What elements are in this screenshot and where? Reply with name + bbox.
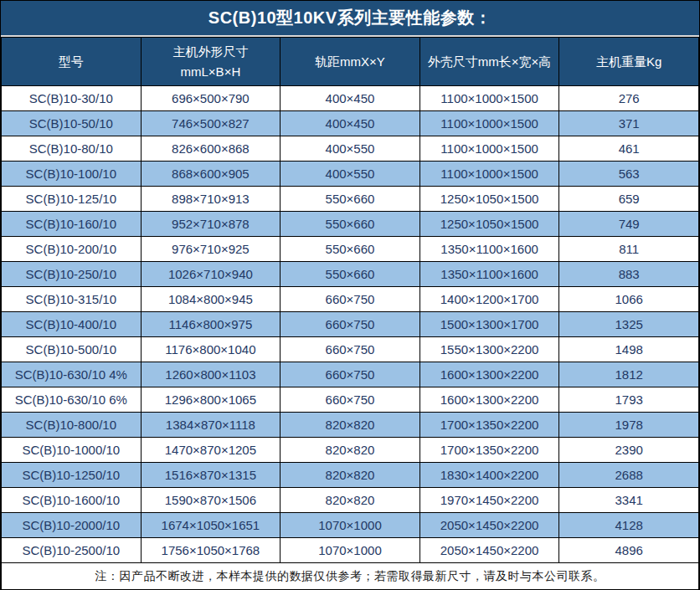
table-cell: 1146×800×975 (141, 312, 281, 337)
table-cell: SC(B)10-50/10 (2, 111, 142, 136)
table-cell: 1500×1300×1700 (419, 312, 559, 337)
table-cell: SC(B)10-1600/10 (2, 488, 142, 513)
col-header-dimensions: 主机外形尺寸 mmL×B×H (141, 38, 281, 86)
table-cell: 1590×870×1506 (141, 488, 281, 513)
table-cell: 400×450 (281, 111, 420, 136)
table-footer: 注：因产品不断改进，本样本提供的数据仅供参考；若需取得最新尺寸，请及时与本公司联… (2, 563, 699, 590)
table-cell: 660×750 (281, 312, 420, 337)
table-cell: 1250×1050×1500 (419, 187, 559, 212)
table-cell: 883 (559, 262, 699, 287)
table-row: SC(B)10-630/10 4%1260×800×1103660×750160… (2, 362, 699, 387)
table-cell: SC(B)10-1250/10 (2, 463, 142, 488)
table-cell: 868×600×905 (141, 162, 281, 187)
table-cell: 660×750 (281, 362, 420, 387)
table-cell: SC(B)10-125/10 (2, 187, 142, 212)
table-cell: 660×750 (281, 387, 420, 413)
table-cell: 550×660 (281, 262, 420, 287)
table-cell: SC(B)10-630/10 6% (2, 387, 142, 413)
col-header-weight: 主机重量Kg (559, 38, 699, 86)
table-cell: 1070×1000 (281, 538, 420, 563)
table-row: SC(B)10-2000/101674×1050×16511070×100020… (2, 513, 699, 538)
table-cell: 1516×870×1315 (141, 463, 281, 488)
table-cell: SC(B)10-160/10 (2, 212, 142, 237)
table-cell: 1756×1050×1768 (141, 538, 281, 563)
table-cell: 1700×1350×2200 (419, 438, 559, 463)
table-cell: 1070×1000 (281, 513, 420, 538)
table-cell: 898×710×913 (141, 187, 281, 212)
table-cell: SC(B)10-1000/10 (2, 438, 142, 463)
table-cell: 1700×1350×2200 (419, 413, 559, 438)
table-cell: 1100×1000×1500 (419, 136, 559, 162)
table-cell: 820×820 (281, 438, 420, 463)
table-cell: SC(B)10-630/10 4% (2, 362, 142, 387)
table-row: SC(B)10-80/10826×600×868400×5501100×1000… (2, 136, 699, 162)
table-cell: 660×750 (281, 287, 420, 312)
table-row: SC(B)10-1000/101470×870×1205820×8201700×… (2, 438, 699, 463)
table-cell: 660×750 (281, 337, 420, 362)
table-cell: SC(B)10-30/10 (2, 86, 142, 111)
table-cell: 1350×1100×1600 (419, 237, 559, 262)
table-cell: 1970×1450×2200 (419, 488, 559, 513)
table-cell: 2050×1450×2200 (419, 513, 559, 538)
table-header: 型号 主机外形尺寸 mmL×B×H 轨距mmX×Y 外壳尺寸mm长×宽×高 主机… (2, 38, 699, 86)
table-row: SC(B)10-500/101176×800×1040660×7501550×1… (2, 337, 699, 362)
table-cell: 1350×1100×1600 (419, 262, 559, 287)
table-cell: 371 (559, 111, 699, 136)
table-cell: 1793 (559, 387, 699, 413)
table-row: SC(B)10-315/101084×800×945660×7501400×12… (2, 287, 699, 312)
table-row: SC(B)10-160/10952×710×878550×6601250×105… (2, 212, 699, 237)
table-row: SC(B)10-50/10746×500×827400×4501100×1000… (2, 111, 699, 136)
table-cell: 1600×1300×2200 (419, 362, 559, 387)
table-cell: 1100×1000×1500 (419, 162, 559, 187)
table-cell: 976×710×925 (141, 237, 281, 262)
spec-table-body: SC(B)10-30/10696×500×790400×4501100×1000… (2, 86, 699, 563)
table-cell: 550×660 (281, 187, 420, 212)
table-cell: 820×820 (281, 463, 420, 488)
table-cell: 1260×800×1103 (141, 362, 281, 387)
table-row: SC(B)10-200/10976×710×925550×6601350×110… (2, 237, 699, 262)
table-row: SC(B)10-800/101384×870×1118820×8201700×1… (2, 413, 699, 438)
table-cell: 1100×1000×1500 (419, 111, 559, 136)
col-header-model: 型号 (2, 38, 142, 86)
table-cell: 749 (559, 212, 699, 237)
table-cell: 696×500×790 (141, 86, 281, 111)
table-cell: 1674×1050×1651 (141, 513, 281, 538)
col-header-enclosure: 外壳尺寸mm长×宽×高 (419, 38, 559, 86)
table-cell: 1250×1050×1500 (419, 212, 559, 237)
table-cell: 563 (559, 162, 699, 187)
page-title: SC(B)10型10KV系列主要性能参数： (1, 1, 699, 37)
table-cell: 820×820 (281, 413, 420, 438)
table-cell: 400×450 (281, 86, 420, 111)
table-cell: 4896 (559, 538, 699, 563)
table-cell: 1550×1300×2200 (419, 337, 559, 362)
table-cell: SC(B)10-200/10 (2, 237, 142, 262)
table-row: SC(B)10-2500/101756×1050×17681070×100020… (2, 538, 699, 563)
table-cell: 2050×1450×2200 (419, 538, 559, 563)
table-cell: 1400×1200×1700 (419, 287, 559, 312)
table-cell: 811 (559, 237, 699, 262)
table-row: SC(B)10-400/101146×800×975660×7501500×13… (2, 312, 699, 337)
header-row: 型号 主机外形尺寸 mmL×B×H 轨距mmX×Y 外壳尺寸mm长×宽×高 主机… (2, 38, 699, 86)
table-cell: 3341 (559, 488, 699, 513)
table-cell: 820×820 (281, 488, 420, 513)
spec-table: 型号 主机外形尺寸 mmL×B×H 轨距mmX×Y 外壳尺寸mm长×宽×高 主机… (1, 37, 699, 590)
table-cell: SC(B)10-80/10 (2, 136, 142, 162)
table-cell: 1296×800×1065 (141, 387, 281, 413)
table-row: SC(B)10-125/10898×710×913550×6601250×105… (2, 187, 699, 212)
table-cell: 1978 (559, 413, 699, 438)
table-row: SC(B)10-250/101026×710×940550×6601350×11… (2, 262, 699, 287)
table-cell: 1176×800×1040 (141, 337, 281, 362)
table-cell: 550×660 (281, 212, 420, 237)
table-cell: 1100×1000×1500 (419, 86, 559, 111)
table-cell: 1084×800×945 (141, 287, 281, 312)
table-cell: 461 (559, 136, 699, 162)
table-cell: 952×710×878 (141, 212, 281, 237)
table-cell: SC(B)10-800/10 (2, 413, 142, 438)
table-cell: 826×600×868 (141, 136, 281, 162)
table-cell: 659 (559, 187, 699, 212)
table-cell: 400×550 (281, 136, 420, 162)
spec-sheet: SC(B)10型10KV系列主要性能参数： 型号 主机外形尺寸 mmL×B×H … (0, 0, 700, 590)
table-cell: 746×500×827 (141, 111, 281, 136)
table-row: SC(B)10-100/10868×600×905400×5501100×100… (2, 162, 699, 187)
footnote: 注：因产品不断改进，本样本提供的数据仅供参考；若需取得最新尺寸，请及时与本公司联… (2, 563, 699, 590)
